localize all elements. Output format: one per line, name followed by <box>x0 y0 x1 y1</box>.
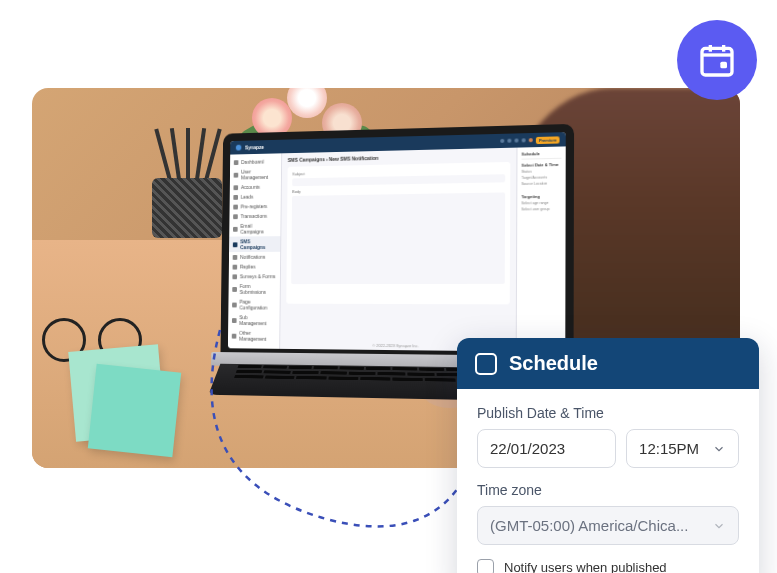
mail-icon <box>233 226 238 231</box>
sidebar-item-replies[interactable]: Replies <box>229 262 280 272</box>
time-value: 12:15PM <box>639 440 699 457</box>
app-window: Synapze Premium Dashboard User Managemen… <box>228 132 566 352</box>
app-main: SMS Campaigns › New SMS Notification Sub… <box>280 148 516 352</box>
timezone-label: Time zone <box>477 482 739 498</box>
sidebar-item-user-management[interactable]: User Management <box>230 166 281 183</box>
sidebar-item-sms-campaigns[interactable]: SMS Campaigns <box>229 236 280 252</box>
panel-item: Select age range <box>521 201 561 206</box>
publish-label: Publish Date & Time <box>477 405 739 421</box>
body-input[interactable] <box>291 192 505 284</box>
svg-rect-0 <box>702 48 732 75</box>
panel-item: Source Location <box>521 181 561 186</box>
sidebar-item-label: Other Management <box>239 330 276 342</box>
sidebar-item-other[interactable]: Other Management <box>228 328 279 344</box>
calendar-badge <box>677 20 757 100</box>
search-icon[interactable] <box>500 139 504 143</box>
sidebar-item-label: SMS Campaigns <box>240 238 276 250</box>
form-icon <box>232 287 237 292</box>
sidebar-item-label: Form Submissions <box>240 283 276 295</box>
sidebar-item-label: Notifications <box>240 254 265 260</box>
panel-title: Schedule <box>522 151 562 160</box>
bell-icon <box>233 254 238 259</box>
accounts-icon <box>233 185 238 190</box>
sidebar-item-label: Accounts <box>241 184 260 190</box>
sidebar-item-notifications[interactable]: Notifications <box>229 252 280 262</box>
subject-input[interactable] <box>292 174 505 186</box>
sticky-note <box>88 364 181 457</box>
date-value: 22/01/2023 <box>490 440 565 457</box>
premium-badge: Premium <box>536 136 560 144</box>
sidebar-item-email-campaigns[interactable]: Email Campaigns <box>229 221 280 237</box>
sub-icon <box>232 318 237 323</box>
survey-icon <box>232 274 237 279</box>
sidebar-item-sub-management[interactable]: Sub Management <box>228 312 279 328</box>
schedule-card: Schedule Publish Date & Time 22/01/2023 … <box>457 338 759 573</box>
notify-checkbox[interactable] <box>477 559 494 573</box>
breadcrumb: SMS Campaigns › New SMS Notification <box>288 152 511 163</box>
sidebar-item-transactions[interactable]: Transactions <box>229 211 280 221</box>
sidebar-item-surveys[interactable]: Surveys & Forms <box>229 271 280 281</box>
schedule-header: Schedule <box>457 338 759 389</box>
panel-item: Target Accounts <box>521 175 561 180</box>
help-icon[interactable] <box>521 138 525 142</box>
sidebar-item-label: Surveys & Forms <box>240 273 276 279</box>
compose-card: Subject Body <box>286 162 510 304</box>
gear-icon <box>232 333 237 338</box>
schedule-title: Schedule <box>509 352 598 375</box>
sidebar-item-label: Replies <box>240 264 256 270</box>
sidebar-item-label: Email Campaigns <box>240 223 276 235</box>
bell-icon[interactable] <box>514 138 518 142</box>
sidebar-item-label: Leads <box>241 194 254 200</box>
chevron-down-icon <box>712 519 726 533</box>
sidebar-item-form-submissions[interactable]: Form Submissions <box>229 281 280 297</box>
leads-icon <box>233 194 238 199</box>
logo-icon <box>236 145 242 151</box>
calendar-icon <box>697 40 737 80</box>
app-right-panel: Schedule Select Date & Time Status Targe… <box>516 146 566 352</box>
panel-item: Targeting <box>521 194 561 200</box>
panel-item: Status <box>521 169 561 174</box>
timezone-value: (GMT-05:00) America/Chica... <box>490 517 688 534</box>
svg-rect-4 <box>720 62 727 69</box>
notify-label: Notify users when published <box>504 560 667 573</box>
globe-icon[interactable] <box>507 139 511 143</box>
transactions-icon <box>233 214 238 219</box>
panel-subtitle: Select Date & Time <box>521 162 561 168</box>
sidebar-item-page-config[interactable]: Page Configuration <box>228 297 279 313</box>
sidebar-item-label: Sub Management <box>239 314 276 326</box>
timezone-select[interactable]: (GMT-05:00) America/Chica... <box>477 506 739 545</box>
app-sidebar: Dashboard User Management Accounts Leads… <box>228 153 282 349</box>
chevron-down-icon <box>712 442 726 456</box>
sidebar-item-label: Pre-registers <box>241 203 268 209</box>
publish-date-input[interactable]: 22/01/2023 <box>477 429 616 468</box>
sidebar-item-label: Transactions <box>241 213 267 219</box>
sidebar-item-label: Page Configuration <box>239 299 276 311</box>
panel-item: Select user group <box>521 207 561 212</box>
sidebar-item-label: Dashboard <box>241 159 264 165</box>
dashboard-icon <box>234 160 239 165</box>
page-icon <box>232 302 237 307</box>
reply-icon <box>233 264 238 269</box>
sms-icon <box>233 242 238 247</box>
app-brand: Synapze <box>245 144 264 150</box>
schedule-checkbox[interactable] <box>475 353 497 375</box>
users-icon <box>234 172 239 177</box>
avatar[interactable] <box>529 138 533 142</box>
publish-time-select[interactable]: 12:15PM <box>626 429 739 468</box>
sidebar-item-label: User Management <box>241 168 277 180</box>
list-icon <box>233 204 238 209</box>
